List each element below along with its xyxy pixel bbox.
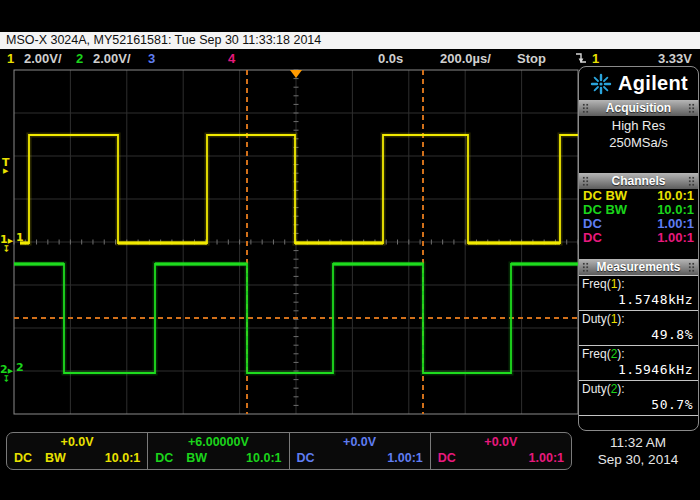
measurement-duty1[interactable]: Duty(1): 49.8% bbox=[579, 311, 698, 346]
channel-row-1[interactable]: DC BW10.0:1 bbox=[579, 189, 698, 203]
channel-settings-bar: +0.0V DC BW 10.0:1 +6.00000V DC BW 10.0:… bbox=[6, 432, 572, 470]
ch4-settings-box[interactable]: +0.0V DC 1.00:1 bbox=[430, 433, 571, 469]
channels-header[interactable]: Channels bbox=[579, 173, 698, 189]
ch3-settings-box[interactable]: +0.0V DC 1.00:1 bbox=[289, 433, 430, 469]
channel-row-4[interactable]: DC1.00:1 bbox=[579, 231, 698, 245]
ch2-settings-box[interactable]: +6.00000V DC BW 10.0:1 bbox=[147, 433, 288, 469]
grip-icon bbox=[688, 176, 695, 186]
ch1-trace-glow bbox=[20, 135, 578, 243]
acquisition-info: High Res 250MSa/s bbox=[579, 116, 698, 151]
ch2-trace-label: 2 bbox=[16, 361, 24, 374]
measurement-freq1[interactable]: Freq(1): 1.5748kHz bbox=[579, 276, 698, 311]
grip-icon bbox=[688, 103, 695, 113]
measurements-list: Freq(1): 1.5748kHz Duty(1): 49.8% Freq(2… bbox=[579, 275, 698, 416]
oscilloscope-screen: MSO-X 3024A, MY52161581: Tue Sep 30 11:3… bbox=[0, 0, 700, 500]
clock: 11:32 AM Sep 30, 2014 bbox=[578, 434, 698, 468]
measurements-header[interactable]: Measurements bbox=[579, 259, 698, 275]
ch1-ground-marker[interactable]: 1▶ ↧ bbox=[0, 235, 13, 254]
grip-icon bbox=[582, 103, 589, 113]
sample-rate: 250MSa/s bbox=[579, 134, 698, 151]
ch1-trace-label: 1 bbox=[16, 231, 24, 244]
clock-date: Sep 30, 2014 bbox=[578, 451, 698, 468]
trigger-level-marker[interactable]: T ▶ bbox=[2, 158, 10, 175]
acquisition-header[interactable]: Acquisition bbox=[579, 100, 698, 116]
clock-time: 11:32 AM bbox=[578, 434, 698, 451]
ch1-ground-icon: ↧ bbox=[0, 245, 13, 254]
agilent-logo: Agilent bbox=[579, 67, 698, 100]
agilent-wordmark: Agilent bbox=[618, 72, 688, 95]
ch2-ground-icon: ↧ bbox=[0, 375, 13, 384]
measurement-freq2[interactable]: Freq(2): 1.5946kHz bbox=[579, 346, 698, 381]
grip-icon bbox=[582, 176, 589, 186]
measurement-duty2[interactable]: Duty(2): 50.7% bbox=[579, 381, 698, 416]
channel-row-3[interactable]: DC1.00:1 bbox=[579, 217, 698, 231]
grip-icon bbox=[582, 262, 589, 272]
ch1-trace bbox=[20, 135, 578, 243]
side-panel: Agilent Acquisition High Res 250MSa/s Ch… bbox=[578, 66, 699, 431]
grip-icon bbox=[688, 262, 695, 272]
channel-row-2[interactable]: DC BW10.0:1 bbox=[579, 203, 698, 217]
trigger-position-marker bbox=[290, 70, 302, 78]
agilent-spark-icon bbox=[589, 72, 613, 96]
ch1-settings-box[interactable]: +0.0V DC BW 10.0:1 bbox=[7, 433, 147, 469]
acquisition-mode: High Res bbox=[579, 117, 698, 134]
ch2-ground-marker[interactable]: 2▶ ↧ bbox=[0, 365, 13, 384]
